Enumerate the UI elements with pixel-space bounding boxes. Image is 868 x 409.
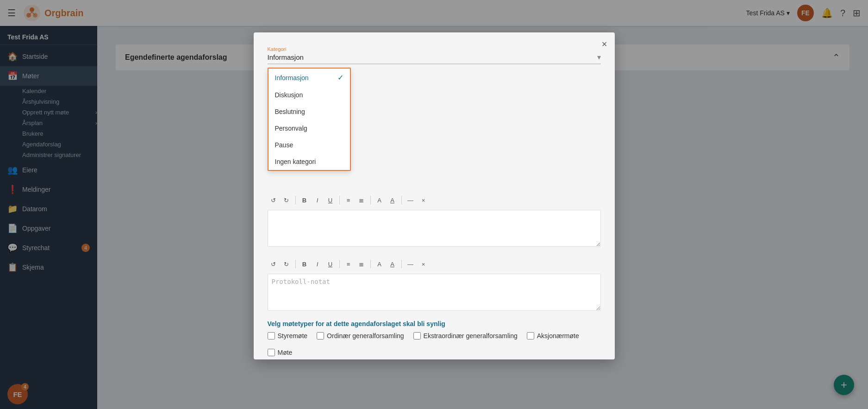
- checkbox-ordinaer[interactable]: Ordinær generalforsamling: [317, 332, 404, 340]
- title-toolbar: ↺ ↻ B I U ≡ ≣ A A — ×: [268, 192, 601, 208]
- checkbox-ekstraordinaer[interactable]: Ekstraordinær generalforsamling: [413, 332, 518, 340]
- check-icon: ✓: [337, 73, 343, 82]
- meeting-types-group: Velg møtetyper for at dette agendaforsla…: [268, 320, 601, 356]
- category-value: Informasjon: [268, 53, 595, 61]
- font-color-button[interactable]: A: [374, 194, 386, 206]
- checkbox-input[interactable]: [268, 349, 275, 356]
- toolbar-separator: [370, 260, 371, 268]
- toolbar-separator: [401, 196, 402, 204]
- description-form-group: ↺ ↻ B I U ≡ ≣ A A — ×: [268, 256, 601, 313]
- list-unordered-button[interactable]: ≡: [343, 194, 355, 206]
- checkbox-input[interactable]: [413, 332, 421, 340]
- toolbar-separator: [401, 260, 402, 268]
- bold-button[interactable]: B: [299, 258, 311, 270]
- checkbox-styremote[interactable]: Styremøte: [268, 332, 308, 340]
- underline-button[interactable]: U: [325, 258, 337, 270]
- dropdown-item-beslutning[interactable]: Beslutning: [269, 103, 350, 120]
- category-form-group: Kategori Informasjon ▾ Informasjon ✓ Dis…: [268, 46, 601, 64]
- toolbar-separator: [370, 196, 371, 204]
- checkbox-aksjonaermote[interactable]: Aksjonærmøte: [527, 332, 579, 340]
- dropdown-item-ingen-kategori[interactable]: Ingen kategori: [269, 153, 350, 170]
- hr-button[interactable]: —: [405, 194, 417, 206]
- dropdown-item-pause[interactable]: Pause: [269, 137, 350, 153]
- checkbox-label: Aksjonærmøte: [537, 332, 579, 340]
- checkbox-label: Ekstraordinær generalforsamling: [424, 332, 518, 340]
- dropdown-label: Pause: [275, 141, 293, 149]
- clear-button[interactable]: ×: [418, 258, 430, 270]
- hr-button[interactable]: —: [405, 258, 417, 270]
- title-form-group: ↺ ↻ B I U ≡ ≣ A A — ×: [268, 192, 601, 249]
- bold-button[interactable]: B: [299, 194, 311, 206]
- dropdown-label: Ingen kategori: [275, 158, 316, 165]
- toolbar-separator: [295, 196, 296, 204]
- modal-body: Kategori Informasjon ▾ Informasjon ✓ Dis…: [254, 32, 615, 359]
- font-color-button[interactable]: A: [374, 258, 386, 270]
- dropdown-item-personvalg[interactable]: Personvalg: [269, 120, 350, 137]
- title-editor[interactable]: [268, 210, 601, 247]
- modal-overlay: × Kategori Informasjon ▾ Informasjon ✓ D…: [0, 0, 868, 409]
- checkbox-input[interactable]: [268, 332, 275, 340]
- list-unordered-button[interactable]: ≡: [343, 258, 355, 270]
- description-toolbar: ↺ ↻ B I U ≡ ≣ A A — ×: [268, 256, 601, 272]
- checkbox-input[interactable]: [527, 332, 534, 340]
- category-label: Kategori: [268, 46, 601, 52]
- italic-button[interactable]: I: [312, 258, 324, 270]
- checkbox-label: Møte: [278, 349, 293, 356]
- undo-button[interactable]: ↺: [268, 258, 280, 270]
- toolbar-separator: [295, 260, 296, 268]
- dropdown-item-diskusjon[interactable]: Diskusjon: [269, 87, 350, 103]
- dropdown-label: Beslutning: [275, 108, 305, 115]
- checkbox-input[interactable]: [317, 332, 324, 340]
- dropdown-label: Informasjon: [275, 74, 309, 82]
- meeting-types-label: Velg møtetyper for at dette agendaforsla…: [268, 320, 601, 327]
- highlight-button[interactable]: A: [387, 194, 399, 206]
- dropdown-item-informasjon[interactable]: Informasjon ✓: [269, 69, 350, 87]
- undo-button[interactable]: ↺: [268, 194, 280, 206]
- category-dropdown: Informasjon ✓ Diskusjon Beslutning Perso…: [268, 68, 351, 171]
- modal-close-button[interactable]: ×: [602, 39, 607, 50]
- checkbox-label: Styremøte: [278, 332, 308, 340]
- protocol-editor[interactable]: [268, 274, 601, 311]
- toolbar-separator: [339, 196, 340, 204]
- category-select[interactable]: Informasjon ▾: [268, 53, 601, 64]
- checkbox-mote[interactable]: Møte: [268, 349, 293, 356]
- dropdown-label: Personvalg: [275, 125, 307, 132]
- category-arrow-icon: ▾: [597, 53, 601, 62]
- italic-button[interactable]: I: [312, 194, 324, 206]
- meeting-types-row: Styremøte Ordinær generalforsamling Ekst…: [268, 332, 601, 356]
- clear-button[interactable]: ×: [418, 194, 430, 206]
- redo-button[interactable]: ↻: [281, 258, 293, 270]
- underline-button[interactable]: U: [325, 194, 337, 206]
- list-ordered-button[interactable]: ≣: [356, 258, 368, 270]
- modal-dialog: × Kategori Informasjon ▾ Informasjon ✓ D…: [254, 32, 615, 359]
- toolbar-separator: [339, 260, 340, 268]
- list-ordered-button[interactable]: ≣: [356, 194, 368, 206]
- redo-button[interactable]: ↻: [281, 194, 293, 206]
- highlight-button[interactable]: A: [387, 258, 399, 270]
- checkbox-label: Ordinær generalforsamling: [327, 332, 404, 340]
- dropdown-label: Diskusjon: [275, 91, 303, 99]
